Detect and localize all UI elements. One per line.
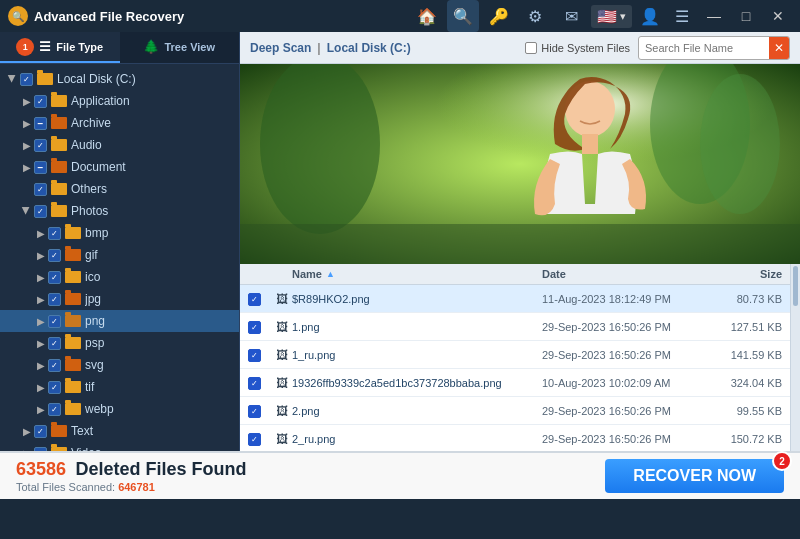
- file-name-2: 1_ru.png: [292, 349, 542, 361]
- tab-filetype[interactable]: 1 ☰ File Type: [0, 32, 120, 63]
- search-clear-button[interactable]: ✕: [769, 37, 789, 59]
- search-input[interactable]: [639, 40, 769, 56]
- tree-item-jpg[interactable]: ▶ jpg: [0, 288, 239, 310]
- file-check-3[interactable]: [248, 376, 272, 390]
- folder-icon-svg: [65, 359, 81, 371]
- folder-icon-psp: [65, 337, 81, 349]
- folder-icon-photos: [51, 205, 67, 217]
- tree-arrow-psp: ▶: [34, 336, 48, 350]
- col-date[interactable]: Date: [542, 268, 702, 280]
- tree-arrow-application: ▶: [20, 94, 34, 108]
- tree-item-bmp[interactable]: ▶ bmp: [0, 222, 239, 244]
- tree-item-text[interactable]: ▶ Text: [0, 420, 239, 442]
- file-row[interactable]: 🖼 1_ru.png 29-Sep-2023 16:50:26 PM 141.5…: [240, 341, 790, 369]
- treeview-label: Tree View: [164, 41, 215, 53]
- tree-item-ico[interactable]: ▶ ico: [0, 266, 239, 288]
- tree-item-tif[interactable]: ▶ tif: [0, 376, 239, 398]
- file-check-1[interactable]: [248, 320, 272, 334]
- tree-check-document[interactable]: [34, 161, 47, 174]
- file-list-container: Name ▲ Date Size 🖼 $R89HKO2.png 11-Aug-: [240, 264, 800, 451]
- key-icon[interactable]: 🔑: [483, 0, 515, 32]
- scan-icon[interactable]: 🔍: [447, 0, 479, 32]
- tree-item-audio[interactable]: ▶ Audio: [0, 134, 239, 156]
- breadcrumb: Deep Scan | Local Disk (C:): [250, 41, 411, 55]
- tree-check-others[interactable]: [34, 183, 47, 196]
- folder-icon-webp: [65, 403, 81, 415]
- content-header: Deep Scan | Local Disk (C:) Hide System …: [240, 32, 800, 64]
- tree-item-others[interactable]: ▶ Others: [0, 178, 239, 200]
- tree-check-ico[interactable]: [48, 271, 61, 284]
- tree-item-png[interactable]: ▶ png: [0, 310, 239, 332]
- tree-check-archive[interactable]: [34, 117, 47, 130]
- file-row[interactable]: 🖼 $R89HKO2.png 11-Aug-2023 18:12:49 PM 8…: [240, 285, 790, 313]
- tree-item-video[interactable]: ▶ Video: [0, 442, 239, 451]
- hide-system-checkbox[interactable]: [525, 42, 537, 54]
- minimize-button[interactable]: —: [700, 6, 728, 26]
- maximize-button[interactable]: □: [732, 6, 760, 26]
- tree-label-tif: tif: [85, 380, 235, 394]
- tree-check-svg[interactable]: [48, 359, 61, 372]
- tree-check-tif[interactable]: [48, 381, 61, 394]
- tree-item-archive[interactable]: ▶ Archive: [0, 112, 239, 134]
- tree-check-webp[interactable]: [48, 403, 61, 416]
- image-preview: [240, 64, 800, 264]
- preview-image: [240, 64, 800, 264]
- tree-check-audio[interactable]: [34, 139, 47, 152]
- tree-check-photos[interactable]: [34, 205, 47, 218]
- tree-item-application[interactable]: ▶ Application: [0, 90, 239, 112]
- tree-check-png[interactable]: [48, 315, 61, 328]
- close-button[interactable]: ✕: [764, 6, 792, 26]
- folder-icon-video: [51, 447, 67, 451]
- file-size-1: 127.51 KB: [702, 321, 782, 333]
- tree-item-document[interactable]: ▶ Document: [0, 156, 239, 178]
- tree-item-svg[interactable]: ▶ svg: [0, 354, 239, 376]
- tab-treeview[interactable]: 🌲 Tree View: [120, 32, 240, 63]
- file-check-5[interactable]: [248, 432, 272, 446]
- tree-check-text[interactable]: [34, 425, 47, 438]
- recover-now-button[interactable]: RECOVER NOW 2: [605, 459, 784, 493]
- col-size[interactable]: Size: [702, 268, 782, 280]
- menu-icon[interactable]: ☰: [668, 3, 696, 29]
- file-check-4[interactable]: [248, 404, 272, 418]
- file-row[interactable]: 🖼 2.png 29-Sep-2023 16:50:26 PM 99.55 KB: [240, 397, 790, 425]
- tree-arrow-localdisk: ▶: [6, 72, 20, 86]
- scrollbar[interactable]: [790, 264, 800, 451]
- home-icon[interactable]: 🏠: [411, 0, 443, 32]
- tree-check-jpg[interactable]: [48, 293, 61, 306]
- tree-item-webp[interactable]: ▶ webp: [0, 398, 239, 420]
- file-check-2[interactable]: [248, 348, 272, 362]
- file-row[interactable]: 🖼 1.png 29-Sep-2023 16:50:26 PM 127.51 K…: [240, 313, 790, 341]
- tree-check-psp[interactable]: [48, 337, 61, 350]
- col-name[interactable]: Name ▲: [292, 268, 542, 280]
- tree-check-gif[interactable]: [48, 249, 61, 262]
- tree-label-photos: Photos: [71, 204, 235, 218]
- profile-icon[interactable]: 👤: [636, 3, 664, 29]
- tree-label-audio: Audio: [71, 138, 235, 152]
- settings-icon[interactable]: ⚙: [519, 0, 551, 32]
- file-row[interactable]: 🖼 2_ru.png 29-Sep-2023 16:50:26 PM 150.7…: [240, 425, 790, 451]
- tree-check-localdisk[interactable]: [20, 73, 33, 86]
- language-selector[interactable]: 🇺🇸 ▾: [591, 5, 632, 28]
- file-size-3: 324.04 KB: [702, 377, 782, 389]
- tree-check-bmp[interactable]: [48, 227, 61, 240]
- hide-system-files[interactable]: Hide System Files: [525, 42, 630, 54]
- tree-item-gif[interactable]: ▶ gif: [0, 244, 239, 266]
- file-row[interactable]: 🖼 19326ffb9339c2a5ed1bc373728bbaba.png 1…: [240, 369, 790, 397]
- tree-item-photos[interactable]: ▶ Photos: [0, 200, 239, 222]
- file-check-0[interactable]: [248, 292, 272, 306]
- tree-check-application[interactable]: [34, 95, 47, 108]
- title-bar-left: 🔍 Advanced File Recovery: [8, 6, 184, 26]
- tree-arrow-document: ▶: [20, 160, 34, 174]
- tree-item-psp[interactable]: ▶ psp: [0, 332, 239, 354]
- file-date-1: 29-Sep-2023 16:50:26 PM: [542, 321, 702, 333]
- folder-icon-localdisk: [37, 73, 53, 85]
- scroll-thumb[interactable]: [793, 266, 798, 306]
- mail-icon[interactable]: ✉: [555, 0, 587, 32]
- file-name-5: 2_ru.png: [292, 433, 542, 445]
- file-name-1: 1.png: [292, 321, 542, 333]
- tree-check-video[interactable]: [34, 447, 47, 452]
- tree-item-localdisk[interactable]: ▶ Local Disk (C:): [0, 68, 239, 90]
- recover-badge: 2: [772, 451, 792, 471]
- flag-icon: 🇺🇸: [597, 7, 617, 26]
- tree-label-ico: ico: [85, 270, 235, 284]
